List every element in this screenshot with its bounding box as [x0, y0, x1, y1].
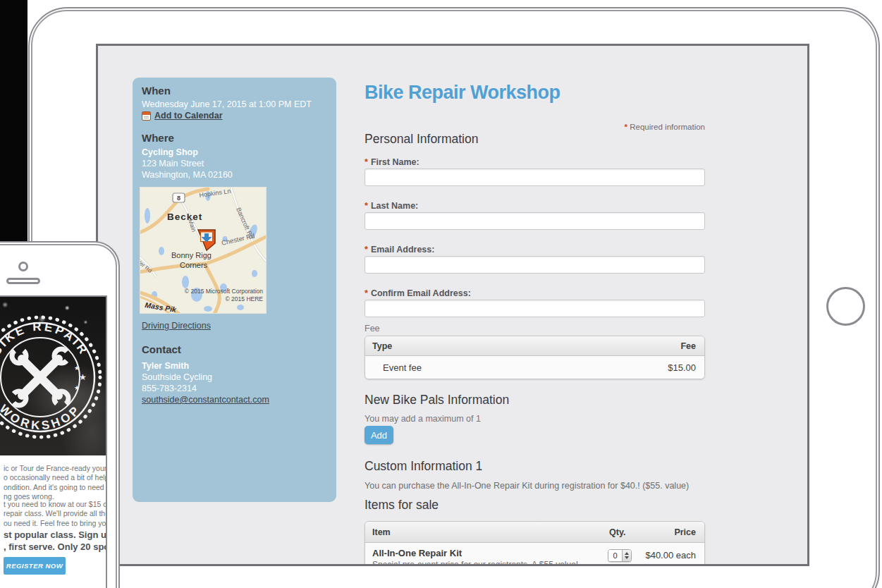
workshop-badge-logo: BIKE REPAIR WORKSHOP ★ ★: [0, 305, 106, 453]
map-label-place1: Bonny Rigg: [171, 251, 212, 259]
contact-phone: 855-783-2314: [142, 384, 329, 393]
phone-camera-icon: [18, 262, 28, 271]
badge-star-icon: ★: [74, 384, 80, 391]
bike-pals-heading: New Bike Pals Information: [365, 393, 509, 408]
items-table: Item Qty. Price All-In-One Repair Kit Sp…: [365, 521, 705, 566]
fee-row-amount: $15.00: [668, 362, 704, 373]
items-col-qty: Qty.: [609, 527, 625, 537]
phone-paragraph-1: ic or Tour de France-ready your ride o o…: [4, 464, 107, 502]
table-row: Event fee $15.00: [365, 356, 704, 379]
first-name-label: *First Name:: [365, 157, 419, 167]
first-name-input[interactable]: [365, 169, 705, 186]
map-label-masspike: Mass Pik: [145, 300, 178, 313]
badge-star-icon: ★: [74, 365, 80, 372]
map-label-town: Becket: [167, 212, 202, 222]
venue-city: Washington, MA 02160: [142, 170, 329, 180]
venue-name: Cycling Shop: [142, 147, 329, 157]
driving-directions-link[interactable]: Driving Directions: [142, 321, 329, 331]
fee-section-label: Fee: [365, 324, 380, 333]
items-for-sale-heading: Items for sale: [365, 498, 439, 513]
confirm-email-label: *Confirm Email Address:: [365, 288, 471, 298]
calendar-icon: [142, 111, 151, 121]
event-sidebar: When Wednesday June 17, 2015 at 1:00 PM …: [133, 78, 336, 502]
stepper-up-icon[interactable]: [625, 552, 629, 555]
map-copyright-2: © 2015 HERE: [225, 295, 263, 302]
map-marker-icon: [198, 230, 215, 250]
phone-paragraph-2: t you need to know at our $15 one-hour r…: [4, 500, 107, 528]
tablet-device-frame: When Wednesday June 17, 2015 at 1:00 PM …: [28, 7, 880, 588]
when-heading: When: [142, 85, 329, 97]
marketing-composition: When Wednesday June 17, 2015 at 1:00 PM …: [0, 0, 882, 588]
badge-star-icon: ★: [79, 372, 87, 382]
map-label-place2: Corners: [180, 261, 208, 269]
background-strip: [0, 0, 27, 248]
last-name-input[interactable]: [365, 212, 705, 230]
map-graphic: 8 Hopkins Ln Bancroft Rd Becket Main Che…: [140, 188, 266, 313]
where-heading: Where: [142, 132, 329, 144]
qty-stepper[interactable]: 0: [608, 549, 632, 562]
custom-information-note: You can purchase the All-In-One Repair K…: [365, 481, 689, 491]
personal-information-heading: Personal Information: [365, 132, 478, 147]
stepper-arrows[interactable]: [622, 550, 631, 561]
email-label: *Email Address:: [365, 245, 434, 255]
fee-table-header: Type Fee: [365, 336, 704, 356]
contact-name: Tyler Smith: [142, 361, 329, 371]
page-title: Bike Repair Workshop: [365, 82, 561, 104]
item-name: All-In-One Repair Kit: [372, 548, 462, 558]
phone-speaker-icon: [6, 278, 40, 284]
fee-col-fee: Fee: [680, 341, 704, 351]
confirm-email-input[interactable]: [365, 300, 705, 317]
fee-col-type: Type: [365, 341, 392, 351]
venue-street: 123 Main Street: [142, 159, 329, 169]
phone-screen: BIKE REPAIR WORKSHOP ★ ★: [0, 295, 107, 588]
phone-device-frame: BIKE REPAIR WORKSHOP ★ ★: [0, 241, 120, 588]
phone-hero-photo: BIKE REPAIR WORKSHOP ★ ★: [0, 297, 106, 455]
phone-highlight-text: st popular class. Sign up early. , first…: [4, 529, 107, 553]
table-row: All-In-One Repair Kit Special pre-event …: [365, 543, 704, 566]
add-button[interactable]: Add: [365, 426, 393, 444]
contact-org: Southside Cycling: [142, 372, 329, 382]
custom-information-heading: Custom Information 1: [365, 459, 482, 474]
stepper-down-icon[interactable]: [625, 556, 629, 559]
required-asterisk: *: [625, 123, 627, 131]
contact-heading: Contact: [142, 343, 329, 355]
tablet-home-button[interactable]: [826, 287, 865, 326]
item-price: $40.00 each: [645, 550, 696, 561]
svg-text:8: 8: [177, 195, 180, 202]
item-description: Special pre-event price for our registra…: [372, 560, 578, 566]
add-to-calendar-link[interactable]: Add to Calendar: [154, 111, 223, 121]
route-8-shield: 8: [173, 193, 185, 202]
bike-pals-note: You may add a maximum of 1: [365, 414, 481, 424]
required-information-note: * Required information: [625, 123, 705, 131]
crossed-wrenches-icon: [12, 349, 68, 405]
register-now-button[interactable]: REGISTER NOW: [4, 557, 66, 575]
contact-email-link[interactable]: southside@constantcontact.com: [142, 395, 329, 405]
items-table-header: Item Qty. Price: [365, 522, 704, 543]
tablet-screen: When Wednesday June 17, 2015 at 1:00 PM …: [96, 44, 809, 566]
map-copyright-1: © 2015 Microsoft Corporation: [185, 288, 263, 295]
fee-row-type: Event fee: [365, 362, 422, 373]
qty-value: 0: [608, 550, 622, 561]
email-input[interactable]: [365, 256, 705, 274]
location-map[interactable]: 8 Hopkins Ln Bancroft Rd Becket Main Che…: [140, 187, 267, 314]
items-col-item: Item: [365, 527, 391, 537]
event-datetime: Wednesday June 17, 2015 at 1:00 PM EDT: [142, 99, 329, 109]
fee-table: Type Fee Event fee $15.00: [365, 336, 705, 379]
items-col-price: Price: [674, 527, 704, 537]
last-name-label: *Last Name:: [365, 201, 418, 211]
